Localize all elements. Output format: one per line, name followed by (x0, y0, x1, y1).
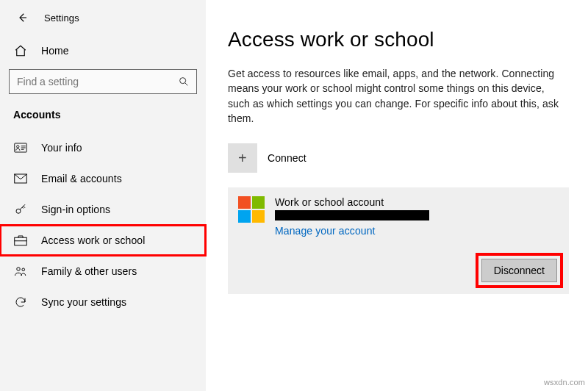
home-label: Home (41, 45, 69, 57)
window-title: Settings (44, 12, 79, 24)
sidebar-section: Accounts (0, 103, 206, 132)
svg-point-4 (16, 209, 21, 213)
manage-account-link[interactable]: Manage your account (275, 225, 376, 237)
account-info: Work or school account Manage your accou… (275, 196, 559, 237)
svg-point-2 (17, 146, 19, 148)
badge-icon (13, 143, 28, 153)
highlight-box: Disconnect (480, 257, 559, 284)
account-card[interactable]: Work or school account Manage your accou… (228, 187, 569, 294)
sidebar-item-label: Your info (41, 142, 82, 154)
people-icon (13, 265, 28, 277)
sidebar-item-access-work[interactable]: Access work or school (0, 225, 206, 256)
sync-icon (13, 295, 28, 309)
search-container (0, 68, 206, 103)
account-email-redacted (275, 210, 429, 220)
home-icon (13, 44, 28, 57)
page-description: Get access to resources like email, apps… (228, 66, 569, 126)
microsoft-logo-icon (238, 196, 265, 223)
home-nav[interactable]: Home (0, 34, 206, 68)
settings-window: Settings Home Accounts (0, 0, 588, 391)
sidebar-item-sync[interactable]: Sync your settings (0, 287, 206, 318)
svg-point-0 (180, 78, 186, 84)
sidebar-item-label: Sign-in options (41, 204, 110, 215)
back-button[interactable] (13, 9, 31, 26)
search-box[interactable] (9, 69, 197, 94)
disconnect-row: Disconnect (238, 257, 559, 284)
sidebar-item-label: Sync your settings (41, 296, 126, 308)
connect-row[interactable]: + Connect (228, 143, 569, 173)
watermark: wsxdn.com (544, 378, 585, 387)
sidebar-item-email[interactable]: Email & accounts (0, 163, 206, 194)
svg-point-6 (17, 268, 21, 271)
sidebar-item-family[interactable]: Family & other users (0, 256, 206, 287)
svg-rect-5 (15, 237, 27, 245)
sidebar-item-label: Family & other users (41, 265, 137, 277)
titlebar: Settings (0, 6, 206, 34)
mail-icon (13, 173, 28, 184)
account-header: Work or school account Manage your accou… (238, 196, 559, 237)
search-icon (171, 76, 196, 87)
back-arrow-icon (15, 11, 29, 24)
connect-button[interactable]: + (228, 143, 257, 173)
briefcase-icon (13, 234, 28, 246)
main-content: Access work or school Get access to reso… (206, 0, 588, 391)
page-title: Access work or school (228, 28, 569, 51)
connect-label: Connect (268, 152, 306, 164)
svg-point-7 (22, 268, 25, 271)
plus-icon: + (238, 150, 247, 167)
key-icon (13, 203, 28, 216)
sidebar: Settings Home Accounts (0, 0, 206, 391)
disconnect-button[interactable]: Disconnect (481, 259, 557, 282)
sidebar-item-label: Access work or school (41, 234, 145, 246)
sidebar-item-label: Email & accounts (41, 173, 122, 184)
sidebar-item-your-info[interactable]: Your info (0, 132, 206, 163)
sidebar-item-signin[interactable]: Sign-in options (0, 194, 206, 225)
search-input[interactable] (10, 71, 171, 92)
account-title: Work or school account (275, 196, 559, 208)
